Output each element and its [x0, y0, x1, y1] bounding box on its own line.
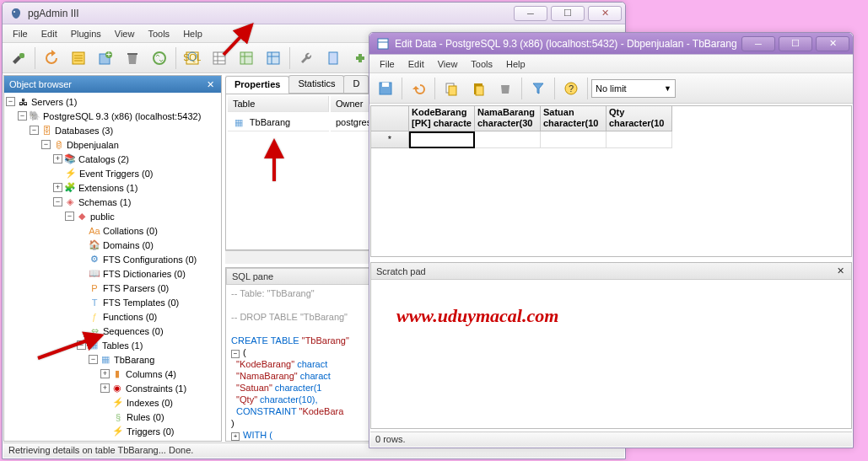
edit-menu-edit[interactable]: Edit: [402, 57, 431, 71]
delete-row-icon[interactable]: [493, 76, 518, 101]
menu-edit[interactable]: Edit: [35, 27, 64, 40]
object-browser-header: Object browser ✕: [4, 76, 221, 93]
tree-functions: ƒFunctions (0): [6, 309, 219, 324]
edit-menu-file[interactable]: File: [373, 57, 402, 71]
tree-postgresql: −🐘PostgreSQL 9.3 (x86) (localhost:5432): [6, 109, 219, 123]
menu-view[interactable]: View: [108, 27, 142, 40]
grid-blue-icon[interactable]: [261, 46, 286, 71]
object-browser-panel: Object browser ✕ −🖧Servers (1) −🐘Postgre…: [3, 75, 222, 442]
svg-rect-32: [476, 86, 483, 95]
svg-text:+: +: [106, 50, 111, 59]
svg-text:?: ?: [569, 83, 574, 94]
svg-rect-25: [378, 39, 388, 49]
tree-columns: +▮Columns (4): [6, 367, 219, 381]
tree-public: −◆public: [6, 209, 219, 223]
data-grid[interactable]: KodeBarang[PK] characte NamaBarangcharac…: [370, 105, 852, 257]
main-window-title: pgAdmin III: [28, 8, 510, 19]
favorites-icon[interactable]: [321, 46, 346, 71]
tree-servers: −🖧Servers (1): [6, 94, 219, 109]
tree-fts-conf: ⚙FTS Configurations (0): [6, 252, 219, 266]
paste-icon[interactable]: [466, 76, 491, 101]
tree-catalogs: +📚Catalogs (2): [6, 152, 219, 166]
arrow-annotation-toolbar: [219, 17, 261, 61]
svg-line-35: [224, 25, 251, 55]
edit-maximize-button[interactable]: ☐: [779, 36, 812, 51]
limit-combo[interactable]: No limit▼: [591, 79, 676, 98]
svg-rect-24: [329, 52, 337, 64]
tree-fts-templates: TFTS Templates (0): [6, 295, 219, 309]
tree-collations: AaCollations (0): [6, 223, 219, 238]
svg-point-0: [13, 11, 15, 13]
tree-event-triggers: ⚡Event Triggers (0): [6, 166, 219, 180]
tree-rules: §Rules (0): [6, 410, 219, 424]
col-qty: Qtycharacter(10: [607, 106, 672, 131]
object-tree[interactable]: −🖧Servers (1) −🐘PostgreSQL 9.3 (x86) (lo…: [4, 93, 221, 441]
filter-icon[interactable]: [526, 76, 551, 101]
edit-menu-view[interactable]: View: [431, 57, 465, 71]
svg-line-37: [38, 335, 101, 358]
svg-rect-30: [449, 86, 456, 95]
tree-schemas: −◈Schemas (1): [6, 195, 219, 209]
svg-rect-9: [127, 53, 137, 55]
tree-indexes: ⚡Indexes (0): [6, 395, 219, 410]
watermark-text: www.uduymacal.com: [396, 305, 558, 327]
tree-triggers: ⚡Triggers (0): [6, 424, 219, 438]
scratch-pad-area[interactable]: www.uduymacal.com: [371, 280, 851, 428]
svg-rect-1: [19, 53, 24, 58]
tree-constraints: +◉Constraints (1): [6, 381, 219, 395]
col-kodebarang: KodeBarang[PK] characte: [409, 106, 475, 131]
wrench-icon[interactable]: [294, 46, 319, 71]
maximize-button[interactable]: ☐: [551, 6, 585, 21]
cell-active[interactable]: [409, 131, 475, 148]
col-namabarang: NamaBarangcharacter(30: [475, 106, 541, 131]
main-titlebar[interactable]: pgAdmin III ─ ☐ ✕: [3, 3, 625, 24]
sql-query-icon[interactable]: SQL: [180, 46, 205, 71]
grid-new-row[interactable]: *: [371, 131, 851, 148]
edit-data-window: Edit Data - PostgreSQL 9.3 (x86) (localh…: [369, 32, 854, 448]
menu-file[interactable]: File: [6, 27, 35, 40]
svg-rect-28: [382, 83, 389, 87]
tab-dependencies[interactable]: D: [343, 75, 369, 93]
minimize-button[interactable]: ─: [514, 6, 547, 21]
col-satuan: Satuancharacter(10: [541, 106, 607, 131]
edit-titlebar[interactable]: Edit Data - PostgreSQL 9.3 (x86) (localh…: [369, 33, 853, 55]
save-icon[interactable]: [373, 76, 398, 101]
refresh-icon[interactable]: [39, 46, 64, 71]
recycle-icon[interactable]: [147, 46, 172, 71]
edit-toolbar: ? No limit▼: [369, 73, 853, 104]
tree-databases: −🗄Databases (3): [6, 123, 219, 137]
edit-menubar: File Edit View Tools Help: [369, 55, 853, 73]
edit-minimize-button[interactable]: ─: [741, 36, 775, 51]
connect-icon[interactable]: [6, 46, 31, 71]
new-object-icon[interactable]: +: [93, 46, 118, 71]
menu-help[interactable]: Help: [176, 27, 209, 40]
close-button[interactable]: ✕: [588, 6, 622, 21]
menu-plugins[interactable]: Plugins: [64, 27, 108, 40]
properties-icon[interactable]: [66, 46, 91, 71]
scratch-pad-panel: Scratch pad ✕ www.uduymacal.com: [370, 262, 852, 429]
edit-close-button[interactable]: ✕: [816, 36, 849, 51]
tree-domains: 🏠Domains (0): [6, 238, 219, 252]
col-table: Table: [228, 96, 329, 112]
tab-statistics[interactable]: Statistics: [288, 75, 344, 93]
undo-icon[interactable]: [406, 76, 431, 101]
arrow-annotation-tree-table: [34, 329, 110, 364]
help-icon[interactable]: ?: [558, 76, 584, 101]
tree-fts-parsers: PFTS Parsers (0): [6, 281, 219, 295]
close-panel-icon[interactable]: ✕: [204, 79, 216, 90]
grid-corner: [371, 106, 409, 131]
edit-menu-help[interactable]: Help: [499, 57, 532, 71]
edit-statusbar: 0 rows.: [370, 432, 852, 447]
tree-fts-dict: 📖FTS Dictionaries (0): [6, 266, 219, 281]
scratch-close-icon[interactable]: ✕: [834, 265, 846, 276]
copy-icon[interactable]: [439, 76, 464, 101]
pgadmin-icon: [9, 7, 23, 20]
delete-icon[interactable]: [120, 46, 145, 71]
tab-properties[interactable]: Properties: [225, 76, 289, 94]
edit-window-icon: [376, 37, 390, 51]
arrow-annotation-tbbarang-row: [261, 135, 287, 187]
menu-tools[interactable]: Tools: [141, 27, 176, 40]
edit-menu-tools[interactable]: Tools: [464, 57, 499, 71]
edit-window-title: Edit Data - PostgreSQL 9.3 (x86) (localh…: [395, 38, 738, 50]
svg-rect-21: [267, 52, 279, 64]
